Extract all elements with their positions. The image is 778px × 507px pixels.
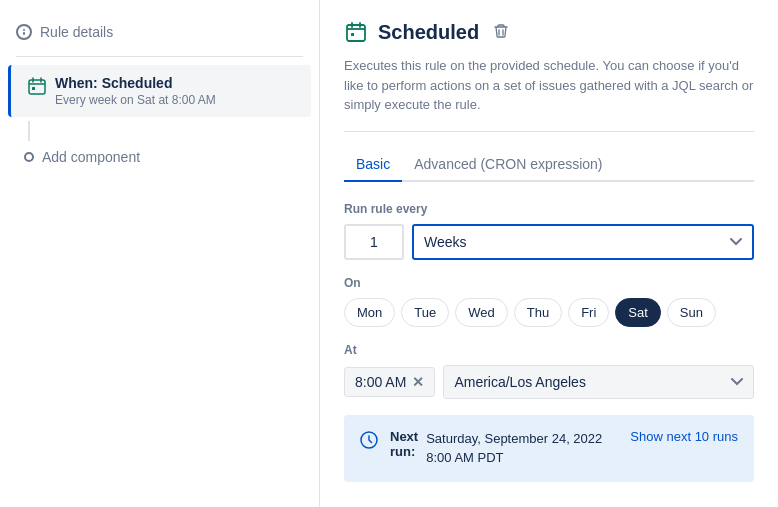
divider — [16, 56, 303, 57]
day-btn-wed[interactable]: Wed — [455, 298, 508, 327]
run-rule-every-group: Run rule every Minutes Hours Days Weeks … — [344, 202, 754, 260]
panel-header: Scheduled — [344, 20, 754, 44]
svg-rect-3 — [32, 87, 35, 90]
rule-details-label: Rule details — [40, 24, 113, 40]
add-component[interactable]: Add component — [8, 141, 319, 173]
right-panel: Scheduled Executes this rule on the prov… — [320, 0, 778, 507]
calendar-icon — [27, 76, 47, 96]
time-field[interactable]: 8:00 AM ✕ — [344, 367, 435, 397]
svg-rect-2 — [29, 80, 45, 94]
time-value: 8:00 AM — [355, 374, 406, 390]
at-label: At — [344, 343, 754, 357]
rule-details-item[interactable]: Rule details — [0, 16, 319, 48]
connector-line — [28, 121, 30, 141]
when-text: When: Scheduled Every week on Sat at 8:0… — [55, 75, 216, 107]
timezone-select[interactable]: America/Los Angeles America/New York UTC… — [443, 365, 754, 399]
info-icon — [16, 24, 32, 40]
day-btn-sat[interactable]: Sat — [615, 298, 661, 327]
day-btn-thu[interactable]: Thu — [514, 298, 562, 327]
clock-icon — [360, 431, 378, 449]
next-run-box: Nextrun: Saturday, September 24, 2022 8:… — [344, 415, 754, 482]
svg-rect-1 — [23, 32, 25, 35]
next-run-inner: Nextrun: Saturday, September 24, 2022 8:… — [390, 429, 738, 468]
day-btn-sun[interactable]: Sun — [667, 298, 716, 327]
tabs: Basic Advanced (CRON expression) — [344, 148, 754, 182]
next-run-content: Nextrun: Saturday, September 24, 2022 8:… — [390, 429, 622, 468]
run-rule-number-input[interactable] — [344, 224, 404, 260]
day-btn-tue[interactable]: Tue — [401, 298, 449, 327]
tab-basic[interactable]: Basic — [344, 148, 402, 182]
add-component-label: Add component — [42, 149, 140, 165]
run-rule-row: Minutes Hours Days Weeks Months — [344, 224, 754, 260]
panel-title: Scheduled — [378, 21, 479, 44]
when-subtitle: Every week on Sat at 8:00 AM — [55, 93, 216, 107]
next-run-label: Nextrun: — [390, 429, 418, 459]
description: Executes this rule on the provided sched… — [344, 56, 754, 132]
run-rule-select[interactable]: Minutes Hours Days Weeks Months — [412, 224, 754, 260]
time-row: 8:00 AM ✕ America/Los Angeles America/Ne… — [344, 365, 754, 399]
at-group: At 8:00 AM ✕ America/Los Angeles America… — [344, 343, 754, 399]
trash-icon[interactable] — [493, 23, 509, 42]
day-btn-mon[interactable]: Mon — [344, 298, 395, 327]
clear-time-icon[interactable]: ✕ — [412, 374, 424, 390]
day-btn-fri[interactable]: Fri — [568, 298, 609, 327]
show-next-runs-link[interactable]: Show next 10 runs — [630, 429, 738, 444]
next-run-date: Saturday, September 24, 2022 8:00 AM PDT — [426, 429, 622, 468]
svg-rect-4 — [347, 25, 365, 41]
left-panel: Rule details When: Scheduled Every week … — [0, 0, 320, 507]
day-buttons: Mon Tue Wed Thu Fri Sat Sun — [344, 298, 754, 327]
when-title: When: Scheduled — [55, 75, 216, 91]
when-scheduled-item[interactable]: When: Scheduled Every week on Sat at 8:0… — [8, 65, 311, 117]
add-dot-icon — [24, 152, 34, 162]
run-rule-every-label: Run rule every — [344, 202, 754, 216]
scheduled-calendar-icon — [344, 20, 368, 44]
svg-rect-5 — [351, 33, 354, 36]
svg-point-0 — [23, 29, 25, 31]
tab-advanced[interactable]: Advanced (CRON expression) — [402, 148, 614, 182]
on-group: On Mon Tue Wed Thu Fri Sat Sun — [344, 276, 754, 327]
on-label: On — [344, 276, 754, 290]
